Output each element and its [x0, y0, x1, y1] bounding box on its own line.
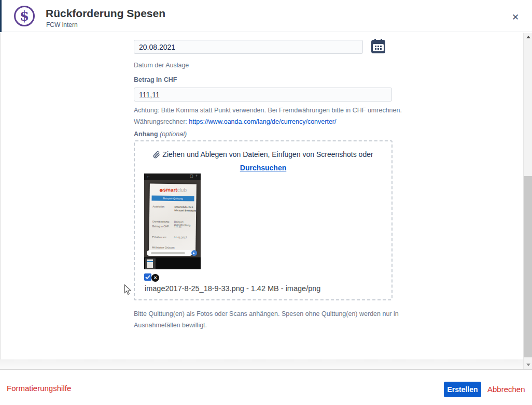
attachment-select-checkbox[interactable] [144, 273, 151, 281]
dialog-subtitle: FCW intern [46, 21, 78, 28]
dollar-glyph: $ [20, 8, 29, 24]
plus-icon: + [195, 174, 198, 178]
smartclub-logo: smartclub [150, 186, 197, 193]
phone-toolbar: ← ▢ + [144, 173, 201, 180]
date-help-text: Datum der Auslage [134, 62, 189, 69]
back-arrow-icon: ← [146, 174, 150, 179]
calendar-icon[interactable] [371, 40, 385, 53]
attachment-thumbnail[interactable]: ← ▢ + smartclub Beispiel-Quittung Ausste… [144, 173, 201, 269]
attachment-help-line1: Bitte Quittung(en) als Fotos oder Scans … [134, 310, 399, 317]
grid-icon: ▢ [190, 174, 193, 178]
date-input[interactable] [134, 40, 363, 54]
scroll-shadow [0, 359, 523, 369]
dollar-circle-icon: $ [14, 6, 35, 26]
filmstrip-thumbnail [145, 258, 156, 269]
dialog-left-border [0, 33, 1, 405]
scrollbar-up-button[interactable] [524, 33, 532, 41]
receipt-banner: Beispiel-Quittung [151, 195, 194, 201]
filmstrip-bar [144, 257, 201, 269]
cancel-link[interactable]: Abbrechen [487, 385, 525, 394]
scrollbar-down-button[interactable] [524, 360, 532, 369]
mouse-cursor [124, 284, 132, 296]
amount-input[interactable] [134, 88, 392, 102]
amount-help-text: Achtung: Bitte Komma statt Punkt verwend… [134, 107, 402, 114]
receipt-paper: smartclub Beispiel-Quittung Aussteller: … [149, 183, 197, 252]
left-accent-bar [0, 0, 2, 32]
attachment-help-line2: Ausnahmefällen bewilligt. [134, 322, 207, 329]
scrollbar-thumb[interactable] [524, 176, 532, 357]
create-button[interactable]: Erstellen [444, 382, 481, 397]
currency-converter-label: Währungsrechner: [134, 118, 189, 125]
checkmark-icon [145, 275, 150, 279]
dialog-footer: Formatierungshilfe Erstellen Abbrechen [0, 369, 532, 405]
dropzone-instruction: Ziehen und Ablegen von Dateien, Einfügen… [135, 150, 391, 158]
close-icon[interactable]: ✕ [509, 10, 522, 24]
vertical-scrollbar[interactable] [523, 33, 532, 369]
currency-converter-link[interactable]: https://www.oanda.com/lang/de/currency/c… [189, 118, 336, 125]
attachment-file-info: image2017-8-25_18-9-33.png - 1.42 MB - i… [145, 284, 320, 293]
remove-attachment-icon[interactable]: ✕ [151, 274, 159, 282]
amount-label: Betrag in CHF [134, 76, 177, 83]
dialog-header: $ Rückforderung Spesen FCW intern ✕ [0, 0, 532, 32]
logo-dot-icon [159, 189, 162, 192]
browse-link[interactable]: Durchsuchen [135, 164, 391, 172]
filename-pill [147, 250, 192, 256]
dialog-title: Rückforderung Spesen [46, 7, 165, 20]
attachment-label: Anhang (optional) [134, 131, 187, 138]
formatting-help-link[interactable]: Formatierungshilfe [7, 384, 71, 393]
currency-converter-line: Währungsrechner: https://www.oanda.com/l… [134, 118, 336, 125]
send-icon [191, 250, 197, 256]
paperclip-icon [153, 151, 160, 158]
